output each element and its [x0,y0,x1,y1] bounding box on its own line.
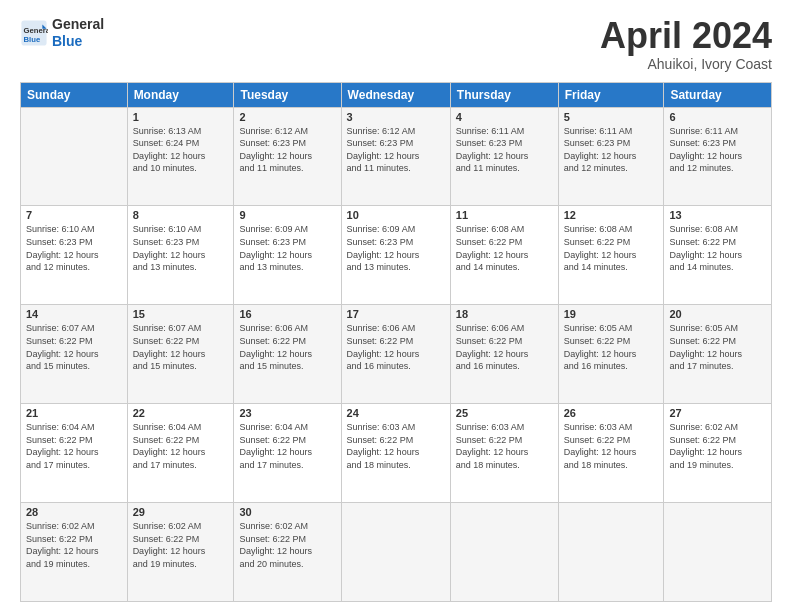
calendar-cell: 22Sunrise: 6:04 AMSunset: 6:22 PMDayligh… [127,404,234,503]
calendar-cell: 12Sunrise: 6:08 AMSunset: 6:22 PMDayligh… [558,206,664,305]
header: General Blue General Blue April 2024 Ahu… [20,16,772,72]
page: General Blue General Blue April 2024 Ahu… [0,0,792,612]
calendar-cell: 17Sunrise: 6:06 AMSunset: 6:22 PMDayligh… [341,305,450,404]
day-info: Sunrise: 6:10 AMSunset: 6:23 PMDaylight:… [26,223,122,273]
calendar-cell: 19Sunrise: 6:05 AMSunset: 6:22 PMDayligh… [558,305,664,404]
calendar-cell [450,503,558,602]
main-title: April 2024 [600,16,772,56]
day-number: 22 [133,407,229,419]
day-info: Sunrise: 6:03 AMSunset: 6:22 PMDaylight:… [564,421,659,471]
calendar-cell [664,503,772,602]
subtitle: Ahuikoi, Ivory Coast [600,56,772,72]
day-info: Sunrise: 6:06 AMSunset: 6:22 PMDaylight:… [347,322,445,372]
day-info: Sunrise: 6:07 AMSunset: 6:22 PMDaylight:… [26,322,122,372]
calendar-cell: 9Sunrise: 6:09 AMSunset: 6:23 PMDaylight… [234,206,341,305]
day-number: 13 [669,209,766,221]
day-info: Sunrise: 6:04 AMSunset: 6:22 PMDaylight:… [239,421,335,471]
calendar-cell: 6Sunrise: 6:11 AMSunset: 6:23 PMDaylight… [664,107,772,206]
day-info: Sunrise: 6:11 AMSunset: 6:23 PMDaylight:… [564,125,659,175]
day-number: 4 [456,111,553,123]
day-number: 3 [347,111,445,123]
day-info: Sunrise: 6:03 AMSunset: 6:22 PMDaylight:… [347,421,445,471]
weekday-header-cell: Saturday [664,82,772,107]
calendar-cell: 7Sunrise: 6:10 AMSunset: 6:23 PMDaylight… [21,206,128,305]
calendar-cell: 4Sunrise: 6:11 AMSunset: 6:23 PMDaylight… [450,107,558,206]
day-info: Sunrise: 6:08 AMSunset: 6:22 PMDaylight:… [456,223,553,273]
day-number: 5 [564,111,659,123]
day-info: Sunrise: 6:08 AMSunset: 6:22 PMDaylight:… [669,223,766,273]
weekday-header-cell: Monday [127,82,234,107]
calendar-week-row: 28Sunrise: 6:02 AMSunset: 6:22 PMDayligh… [21,503,772,602]
calendar-cell: 13Sunrise: 6:08 AMSunset: 6:22 PMDayligh… [664,206,772,305]
day-number: 27 [669,407,766,419]
day-number: 23 [239,407,335,419]
calendar-cell: 29Sunrise: 6:02 AMSunset: 6:22 PMDayligh… [127,503,234,602]
day-number: 7 [26,209,122,221]
day-info: Sunrise: 6:02 AMSunset: 6:22 PMDaylight:… [239,520,335,570]
day-info: Sunrise: 6:09 AMSunset: 6:23 PMDaylight:… [239,223,335,273]
day-info: Sunrise: 6:02 AMSunset: 6:22 PMDaylight:… [669,421,766,471]
day-number: 25 [456,407,553,419]
calendar-cell: 21Sunrise: 6:04 AMSunset: 6:22 PMDayligh… [21,404,128,503]
day-info: Sunrise: 6:13 AMSunset: 6:24 PMDaylight:… [133,125,229,175]
calendar-cell: 11Sunrise: 6:08 AMSunset: 6:22 PMDayligh… [450,206,558,305]
calendar-cell: 1Sunrise: 6:13 AMSunset: 6:24 PMDaylight… [127,107,234,206]
day-number: 11 [456,209,553,221]
calendar-cell: 18Sunrise: 6:06 AMSunset: 6:22 PMDayligh… [450,305,558,404]
calendar-week-row: 21Sunrise: 6:04 AMSunset: 6:22 PMDayligh… [21,404,772,503]
logo-general: General [52,16,104,33]
calendar-cell: 28Sunrise: 6:02 AMSunset: 6:22 PMDayligh… [21,503,128,602]
calendar-cell: 3Sunrise: 6:12 AMSunset: 6:23 PMDaylight… [341,107,450,206]
day-number: 10 [347,209,445,221]
day-number: 9 [239,209,335,221]
day-number: 30 [239,506,335,518]
calendar-cell: 10Sunrise: 6:09 AMSunset: 6:23 PMDayligh… [341,206,450,305]
day-number: 29 [133,506,229,518]
calendar-cell: 25Sunrise: 6:03 AMSunset: 6:22 PMDayligh… [450,404,558,503]
day-info: Sunrise: 6:12 AMSunset: 6:23 PMDaylight:… [347,125,445,175]
calendar-week-row: 1Sunrise: 6:13 AMSunset: 6:24 PMDaylight… [21,107,772,206]
day-info: Sunrise: 6:11 AMSunset: 6:23 PMDaylight:… [669,125,766,175]
day-number: 2 [239,111,335,123]
day-info: Sunrise: 6:06 AMSunset: 6:22 PMDaylight:… [239,322,335,372]
calendar-cell [341,503,450,602]
calendar-cell: 27Sunrise: 6:02 AMSunset: 6:22 PMDayligh… [664,404,772,503]
calendar-body: 1Sunrise: 6:13 AMSunset: 6:24 PMDaylight… [21,107,772,601]
day-number: 24 [347,407,445,419]
calendar-cell: 20Sunrise: 6:05 AMSunset: 6:22 PMDayligh… [664,305,772,404]
day-number: 6 [669,111,766,123]
day-info: Sunrise: 6:12 AMSunset: 6:23 PMDaylight:… [239,125,335,175]
calendar-cell: 26Sunrise: 6:03 AMSunset: 6:22 PMDayligh… [558,404,664,503]
day-number: 20 [669,308,766,320]
calendar-cell: 8Sunrise: 6:10 AMSunset: 6:23 PMDaylight… [127,206,234,305]
day-info: Sunrise: 6:05 AMSunset: 6:22 PMDaylight:… [564,322,659,372]
day-number: 21 [26,407,122,419]
calendar-cell: 16Sunrise: 6:06 AMSunset: 6:22 PMDayligh… [234,305,341,404]
weekday-header-cell: Thursday [450,82,558,107]
logo-blue: Blue [52,33,104,50]
title-block: April 2024 Ahuikoi, Ivory Coast [600,16,772,72]
day-number: 15 [133,308,229,320]
day-number: 28 [26,506,122,518]
day-number: 14 [26,308,122,320]
day-info: Sunrise: 6:04 AMSunset: 6:22 PMDaylight:… [133,421,229,471]
calendar-cell [558,503,664,602]
weekday-header-row: SundayMondayTuesdayWednesdayThursdayFrid… [21,82,772,107]
day-number: 1 [133,111,229,123]
logo: General Blue General Blue [20,16,104,50]
weekday-header-cell: Sunday [21,82,128,107]
calendar-cell [21,107,128,206]
day-info: Sunrise: 6:08 AMSunset: 6:22 PMDaylight:… [564,223,659,273]
day-info: Sunrise: 6:02 AMSunset: 6:22 PMDaylight:… [26,520,122,570]
calendar-table: SundayMondayTuesdayWednesdayThursdayFrid… [20,82,772,602]
calendar-cell: 30Sunrise: 6:02 AMSunset: 6:22 PMDayligh… [234,503,341,602]
calendar-cell: 24Sunrise: 6:03 AMSunset: 6:22 PMDayligh… [341,404,450,503]
day-number: 8 [133,209,229,221]
weekday-header-cell: Friday [558,82,664,107]
day-number: 26 [564,407,659,419]
calendar-cell: 23Sunrise: 6:04 AMSunset: 6:22 PMDayligh… [234,404,341,503]
calendar-week-row: 14Sunrise: 6:07 AMSunset: 6:22 PMDayligh… [21,305,772,404]
calendar-cell: 15Sunrise: 6:07 AMSunset: 6:22 PMDayligh… [127,305,234,404]
day-info: Sunrise: 6:06 AMSunset: 6:22 PMDaylight:… [456,322,553,372]
svg-text:Blue: Blue [24,35,41,44]
